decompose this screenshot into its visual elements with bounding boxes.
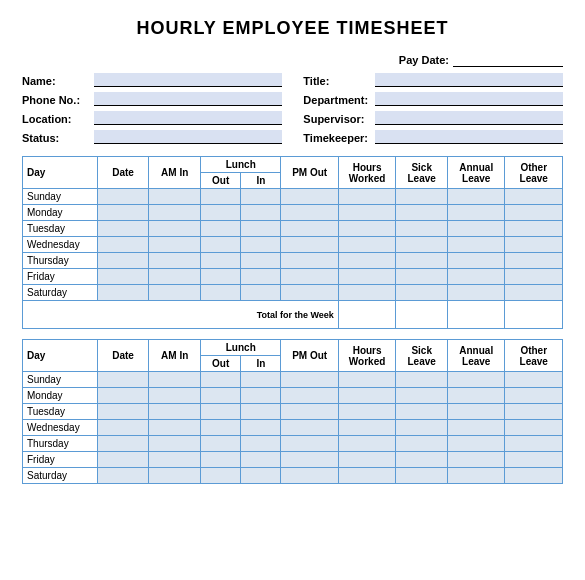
col-header-sick: Sick Leave	[396, 157, 448, 189]
left-fields: Name: Phone No.: Location: Status:	[22, 73, 282, 144]
day-cell: Friday	[23, 269, 98, 285]
col-header-other: Other Leave	[505, 157, 563, 189]
department-field-row: Department:	[303, 92, 563, 106]
col-header-annual: Annual Leave	[448, 157, 505, 189]
timekeeper-field-row: Timekeeper:	[303, 130, 563, 144]
day-cell: Monday	[23, 388, 98, 404]
col-header-lunch-out-2: Out	[201, 356, 241, 372]
day-cell: Thursday	[23, 253, 98, 269]
title-input	[375, 73, 563, 87]
timekeeper-input	[375, 130, 563, 144]
table-row: Tuesday	[23, 404, 563, 420]
supervisor-input	[375, 111, 563, 125]
phone-field-row: Phone No.:	[22, 92, 282, 106]
total-row: Total for the Week	[23, 301, 563, 329]
col-header-pmout: PM Out	[281, 157, 338, 189]
day-cell: Tuesday	[23, 404, 98, 420]
name-field-row: Name:	[22, 73, 282, 87]
col-header-lunch: Lunch	[201, 157, 281, 173]
page-title: HOURLY EMPLOYEE TIMESHEET	[22, 18, 563, 39]
col-header-pmout-2: PM Out	[281, 340, 338, 372]
day-cell: Sunday	[23, 372, 98, 388]
table-row: Tuesday	[23, 221, 563, 237]
col-header-amin: AM In	[149, 157, 201, 189]
day-cell: Saturday	[23, 285, 98, 301]
timesheet-table-2: Day Date AM In Lunch PM Out Hours Worked…	[22, 339, 563, 484]
table-row: Thursday	[23, 253, 563, 269]
table-row: Sunday	[23, 189, 563, 205]
day-cell: Saturday	[23, 468, 98, 484]
total-label: Total for the Week	[23, 301, 339, 329]
name-input	[94, 73, 282, 87]
table-row: Wednesday	[23, 237, 563, 253]
department-label: Department:	[303, 94, 371, 106]
day-cell: Monday	[23, 205, 98, 221]
location-label: Location:	[22, 113, 90, 125]
day-cell: Tuesday	[23, 221, 98, 237]
col-header-hours-2: Hours Worked	[338, 340, 395, 372]
status-label: Status:	[22, 132, 90, 144]
col-header-day: Day	[23, 157, 98, 189]
phone-label: Phone No.:	[22, 94, 90, 106]
col-header-annual-2: Annual Leave	[448, 340, 505, 372]
pay-date-label: Pay Date:	[399, 54, 449, 66]
col-header-day-2: Day	[23, 340, 98, 372]
day-cell: Sunday	[23, 189, 98, 205]
col-header-date: Date	[97, 157, 149, 189]
col-header-date-2: Date	[97, 340, 149, 372]
department-input	[375, 92, 563, 106]
col-header-lunch-2: Lunch	[201, 340, 281, 356]
col-header-amin-2: AM In	[149, 340, 201, 372]
right-fields: Title: Department: Supervisor: Timekeepe…	[303, 73, 563, 144]
phone-input	[94, 92, 282, 106]
location-field-row: Location:	[22, 111, 282, 125]
col-header-lunch-out: Out	[201, 173, 241, 189]
location-input	[94, 111, 282, 125]
table-row: Saturday	[23, 468, 563, 484]
name-label: Name:	[22, 75, 90, 87]
col-header-hours: Hours Worked	[338, 157, 395, 189]
pay-date-line	[453, 53, 563, 67]
day-cell: Thursday	[23, 436, 98, 452]
table-row: Thursday	[23, 436, 563, 452]
col-header-other-2: Other Leave	[505, 340, 563, 372]
table-row: Friday	[23, 452, 563, 468]
table-row: Saturday	[23, 285, 563, 301]
supervisor-field-row: Supervisor:	[303, 111, 563, 125]
table-row: Wednesday	[23, 420, 563, 436]
table-row: Sunday	[23, 372, 563, 388]
timekeeper-label: Timekeeper:	[303, 132, 371, 144]
supervisor-label: Supervisor:	[303, 113, 371, 125]
table-row: Monday	[23, 388, 563, 404]
day-cell: Wednesday	[23, 420, 98, 436]
day-cell: Wednesday	[23, 237, 98, 253]
col-header-sick-2: Sick Leave	[396, 340, 448, 372]
timesheet-table-1: Day Date AM In Lunch PM Out Hours Worked…	[22, 156, 563, 329]
status-field-row: Status:	[22, 130, 282, 144]
col-header-lunch-in: In	[241, 173, 281, 189]
table-row: Friday	[23, 269, 563, 285]
table-row: Monday	[23, 205, 563, 221]
day-cell: Friday	[23, 452, 98, 468]
status-input	[94, 130, 282, 144]
title-label: Title:	[303, 75, 371, 87]
col-header-lunch-in-2: In	[241, 356, 281, 372]
title-field-row: Title:	[303, 73, 563, 87]
